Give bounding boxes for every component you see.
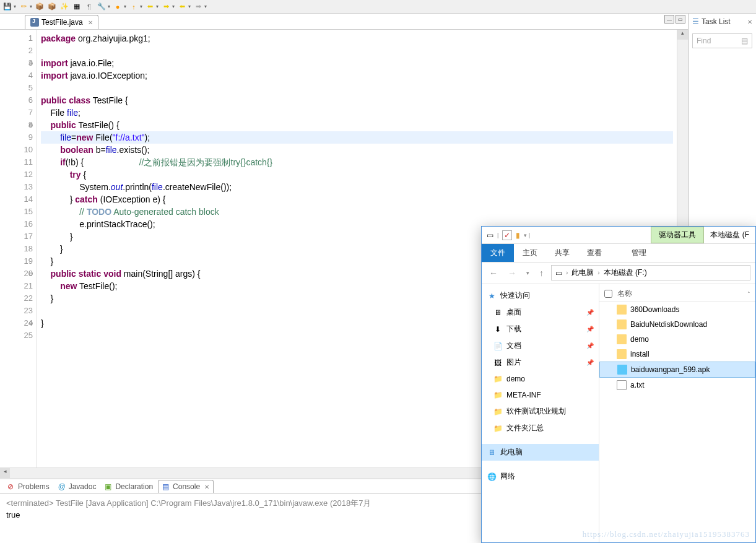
filter-icon[interactable]: ▤ — [741, 37, 748, 45]
select-all-checkbox[interactable] — [604, 290, 612, 298]
pkg-icon[interactable]: 📦 — [47, 2, 57, 12]
nav-item[interactable]: 🖥桌面📌 — [482, 304, 599, 321]
pin-icon: 📌 — [586, 309, 594, 316]
console-icon: ▤ — [162, 482, 171, 491]
star-icon: ★ — [487, 291, 497, 301]
tab-close-icon[interactable]: ✕ — [204, 484, 209, 490]
scroll-left-icon[interactable]: ◂ — [0, 468, 10, 478]
folder-icon — [617, 319, 627, 329]
list-item[interactable]: baiduwangpan_599.apk — [599, 362, 755, 378]
nav-network[interactable]: 🌐 网络 — [482, 468, 599, 485]
list-item[interactable]: a.txt — [599, 378, 755, 393]
network-icon: 🌐 — [487, 472, 497, 482]
column-header[interactable]: 名称 ˄ — [599, 286, 755, 302]
watermark: https://blog.csdn.net/zhaiyujia151953837… — [583, 529, 750, 539]
tab-label: TestFile.java — [41, 18, 83, 27]
back-button[interactable]: ← — [487, 268, 500, 278]
main-toolbar: 💾▾ ✏▾ 📦 📦 ✨ ▦ ¶ 🔧▾ ●▾ ↑▾ ⬅▾ ➡▾ ⬅▾ ➡▾ — [0, 0, 756, 14]
breadcrumb-drive[interactable]: 本地磁盘 (F:) — [604, 267, 647, 278]
folder-icon — [617, 305, 627, 315]
folder-icon: 🖥 — [493, 308, 503, 318]
pilcrow-icon[interactable]: ¶ — [84, 2, 94, 12]
folder-icon: 📁 — [493, 407, 503, 417]
task-find-input[interactable]: Find ▤ — [692, 33, 752, 48]
folder-icon: 🖼 — [493, 358, 503, 368]
list-item[interactable]: install — [599, 347, 755, 362]
scroll-up-icon[interactable]: ▴ — [677, 30, 688, 40]
java-file-icon — [30, 18, 39, 27]
nav-item[interactable]: 📁软件测试职业规划 — [482, 403, 599, 420]
list-item[interactable]: BaiduNetdiskDownload — [599, 317, 755, 332]
forward-button[interactable]: → — [505, 268, 519, 278]
declaration-icon: ▣ — [105, 482, 113, 491]
nav-back-icon[interactable]: ⬅ — [177, 2, 187, 12]
folder-icon: 📁 — [493, 374, 503, 384]
folder-icon — [617, 349, 627, 359]
folder-icon: 📄 — [493, 341, 503, 351]
minimize-icon[interactable]: — — [664, 15, 674, 24]
up-icon[interactable]: ↑ — [129, 2, 139, 12]
tab-problems[interactable]: ⊘ Problems — [4, 480, 53, 493]
pin-icon: 📌 — [586, 326, 594, 332]
save-icon[interactable]: 💾 — [2, 2, 12, 12]
folder-icon: ⬇ — [493, 324, 503, 334]
fwd-icon[interactable]: ➡ — [161, 2, 171, 12]
tab-testfile[interactable]: TestFile.java ✕ — [25, 15, 98, 29]
sort-indicator-icon: ˄ — [747, 291, 750, 297]
close-icon[interactable]: ✕ — [747, 19, 752, 25]
nav-item[interactable]: ⬇下载📌 — [482, 321, 599, 337]
ribbon-tabs: 文件 主页 共享 查看 管理 — [482, 244, 755, 263]
ribbon-tab-view[interactable]: 查看 — [578, 244, 610, 262]
file-list: 名称 ˄ 360DownloadsBaiduNetdiskDownloaddem… — [599, 284, 755, 542]
ribbon-tab-file[interactable]: 文件 — [482, 244, 514, 262]
grid-icon[interactable]: ▦ — [72, 2, 82, 12]
wand-icon[interactable]: 🔧 — [97, 2, 106, 12]
ribbon-tab-manage[interactable]: 管理 — [623, 244, 655, 262]
pencil-icon[interactable]: ✏ — [19, 2, 28, 12]
nav-item[interactable]: 📁文件夹汇总 — [482, 420, 599, 437]
list-item[interactable]: demo — [599, 332, 755, 347]
folder-icon: 📁 — [493, 390, 503, 400]
folder-icon: ▮ — [516, 231, 520, 240]
line-gutter: 123⊖45678⊖91011121314151617181920⊖212223… — [0, 30, 37, 467]
drive-tools-tab[interactable]: 驱动器工具 — [651, 227, 704, 243]
nav-fwd-icon[interactable]: ➡ — [193, 2, 203, 12]
pin-icon: 📌 — [586, 342, 594, 349]
maximize-icon[interactable]: ▭ — [676, 15, 685, 24]
task-list-title: Task List — [702, 17, 731, 26]
file-icon — [617, 380, 627, 390]
back-icon[interactable]: ⬅ — [145, 2, 155, 12]
magic-icon[interactable]: ✨ — [59, 2, 69, 12]
recent-dropdown-icon[interactable]: ▾ — [524, 270, 532, 276]
drive-icon: ▭ — [487, 231, 493, 240]
tab-console[interactable]: ▤ Console ✕ — [158, 480, 214, 493]
box-icon[interactable]: 📦 — [35, 2, 45, 12]
address-bar[interactable]: ▭ › 此电脑 › 本地磁盘 (F:) — [551, 265, 750, 280]
tab-javadoc[interactable]: @ Javadoc — [54, 480, 100, 493]
pin-icon: 📌 — [586, 359, 594, 366]
explorer-titlebar[interactable]: ▭ | ✓ ▮ ▾ | 驱动器工具 本地磁盘 (F — [482, 227, 755, 244]
checkbox-icon[interactable]: ✓ — [502, 230, 512, 240]
nav-item[interactable]: 📄文档📌 — [482, 337, 599, 354]
nav-this-pc[interactable]: 🖥 此电脑 — [482, 444, 599, 461]
file-explorer-window: ▭ | ✓ ▮ ▾ | 驱动器工具 本地磁盘 (F 文件 主页 共享 查看 管理… — [481, 226, 756, 543]
dot-icon[interactable]: ● — [113, 2, 123, 12]
ribbon-tab-share[interactable]: 共享 — [546, 244, 578, 262]
tab-declaration[interactable]: ▣ Declaration — [101, 480, 157, 493]
nav-item[interactable]: 📁META-INF — [482, 387, 599, 403]
nav-item[interactable]: 🖼图片📌 — [482, 354, 599, 371]
breadcrumb-thispc[interactable]: 此电脑 — [571, 267, 594, 278]
up-button[interactable]: ↑ — [537, 268, 546, 278]
pc-icon: 🖥 — [487, 448, 497, 458]
tab-close-icon[interactable]: ✕ — [88, 19, 93, 26]
window-title: 本地磁盘 (F — [704, 227, 755, 243]
quick-access[interactable]: ★ 快速访问 — [482, 287, 599, 304]
apk-icon — [617, 365, 627, 375]
list-item[interactable]: 360Downloads — [599, 302, 755, 317]
folder-icon: 📁 — [493, 424, 503, 433]
nav-item[interactable]: 📁demo — [482, 371, 599, 387]
nav-pane: ★ 快速访问 🖥桌面📌⬇下载📌📄文档📌🖼图片📌📁demo📁META-INF📁软件… — [482, 284, 599, 542]
javadoc-icon: @ — [58, 482, 67, 491]
ribbon-tab-home[interactable]: 主页 — [514, 244, 546, 262]
folder-icon — [617, 334, 627, 344]
